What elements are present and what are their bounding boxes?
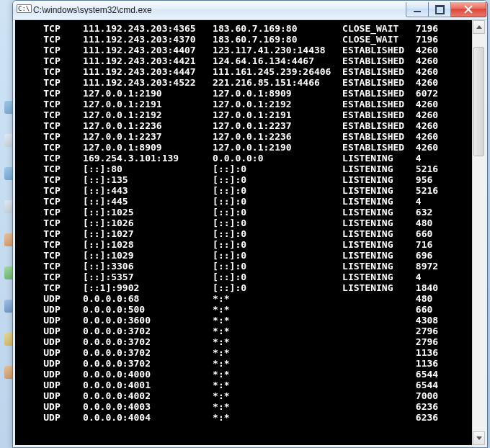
row-indent xyxy=(21,293,43,304)
netstat-row: TCP[::]:1025[::]:0LISTENING632 xyxy=(21,207,469,218)
col-foreign: [::]:0 xyxy=(213,282,342,293)
col-state: LISTENING xyxy=(342,218,416,228)
netstat-row: TCP111.192.243.203:4447111.161.245.239:2… xyxy=(21,66,469,77)
netstat-row: UDP0.0.0.0:3702*:*1136 xyxy=(21,358,469,369)
col-pid: 7000 xyxy=(416,390,438,401)
col-state: LISTENING xyxy=(342,153,416,163)
row-indent xyxy=(21,120,43,131)
row-indent xyxy=(21,347,43,358)
col-foreign: [::]:0 xyxy=(213,239,342,250)
row-indent xyxy=(21,45,43,55)
netstat-row: TCP111.192.243.203:4370183.60.7.169:80CL… xyxy=(21,34,469,45)
col-pid: 6072 xyxy=(416,88,438,99)
netstat-row: TCP[::]:1026[::]:0LISTENING480 xyxy=(21,218,469,228)
col-foreign: 127.0.0.1:2236 xyxy=(213,131,342,142)
col-proto: TCP xyxy=(43,109,83,120)
col-foreign: 123.117.41.230:14438 xyxy=(213,45,342,55)
col-proto: UDP xyxy=(43,358,83,369)
row-indent xyxy=(21,358,43,369)
netstat-row: UDP0.0.0.0:3702*:*2796 xyxy=(21,336,469,347)
minimize-button[interactable] xyxy=(406,2,429,17)
col-foreign: [::]:0 xyxy=(213,207,342,218)
netstat-row: UDP0.0.0.0:3600*:*4308 xyxy=(21,315,469,326)
col-proto: UDP xyxy=(43,293,83,304)
col-local: 0.0.0.0:4004 xyxy=(83,412,213,423)
col-state: LISTENING xyxy=(342,185,416,196)
col-pid: 4308 xyxy=(416,315,438,326)
row-indent xyxy=(21,55,43,66)
col-pid: 5216 xyxy=(416,185,438,196)
scroll-track[interactable] xyxy=(473,34,485,431)
col-local: 0.0.0.0:3702 xyxy=(83,358,213,369)
col-foreign: *:* xyxy=(213,293,342,304)
col-local: [::]:1028 xyxy=(83,239,213,250)
col-pid: 480 xyxy=(416,293,432,304)
col-pid: 4260 xyxy=(416,109,438,120)
row-indent xyxy=(21,390,43,401)
col-foreign: 0.0.0.0:0 xyxy=(213,153,342,163)
col-local: 0.0.0.0:4002 xyxy=(83,390,213,401)
row-indent xyxy=(21,282,43,293)
netstat-row: TCP[::]:135[::]:0LISTENING956 xyxy=(21,174,469,185)
col-local: 127.0.0.1:2237 xyxy=(83,131,213,142)
col-foreign: 127.0.0.1:2237 xyxy=(213,120,342,131)
cmd-window: C:\windows\system32\cmd.exe TCP111.192.2… xyxy=(12,0,488,448)
col-foreign: *:* xyxy=(213,358,342,369)
chevron-down-icon xyxy=(476,436,482,440)
col-state: ESTABLISHED xyxy=(342,142,416,153)
maximize-button[interactable] xyxy=(429,2,451,17)
row-indent xyxy=(21,153,43,163)
netstat-row: TCP[::]:1027[::]:0LISTENING660 xyxy=(21,228,469,239)
col-proto: TCP xyxy=(43,88,83,99)
col-pid: 4 xyxy=(416,272,422,282)
row-indent xyxy=(21,401,43,412)
col-state: ESTABLISHED xyxy=(342,45,416,55)
row-indent xyxy=(21,99,43,109)
row-indent xyxy=(21,304,43,315)
col-pid: 1136 xyxy=(416,347,438,358)
netstat-row: TCP127.0.0.1:2192127.0.0.1:2191ESTABLISH… xyxy=(21,109,469,120)
row-indent xyxy=(21,88,43,99)
row-indent xyxy=(21,66,43,77)
col-foreign: [::]:0 xyxy=(213,228,342,239)
row-indent xyxy=(21,196,43,207)
col-pid: 7196 xyxy=(416,23,438,34)
col-foreign: 111.161.245.239:26406 xyxy=(213,66,342,77)
row-indent xyxy=(21,174,43,185)
scroll-down-button[interactable] xyxy=(473,431,485,445)
console-output[interactable]: TCP111.192.243.203:4365183.60.7.169:80CL… xyxy=(15,20,472,445)
netstat-row: UDP0.0.0.0:3702*:*1136 xyxy=(21,347,469,358)
netstat-row: TCP[::]:1028[::]:0LISTENING716 xyxy=(21,239,469,250)
col-proto: UDP xyxy=(43,326,83,336)
col-local: 0.0.0.0:3702 xyxy=(83,326,213,336)
col-local: [::]:445 xyxy=(83,196,213,207)
col-pid: 8972 xyxy=(416,261,438,272)
col-local: 0.0.0.0:4001 xyxy=(83,380,213,390)
col-local: 111.192.243.203:4407 xyxy=(83,45,213,55)
row-indent xyxy=(21,163,43,174)
col-proto: TCP xyxy=(43,272,83,282)
row-indent xyxy=(21,228,43,239)
col-pid: 660 xyxy=(416,228,432,239)
vertical-scrollbar[interactable] xyxy=(472,20,485,445)
col-pid: 4260 xyxy=(416,45,438,55)
col-local: 0.0.0.0:3702 xyxy=(83,336,213,347)
row-indent xyxy=(21,336,43,347)
scroll-up-button[interactable] xyxy=(473,20,485,34)
scroll-thumb[interactable] xyxy=(473,47,484,156)
close-button[interactable] xyxy=(451,2,486,17)
col-proto: TCP xyxy=(43,153,83,163)
col-state: ESTABLISHED xyxy=(342,99,416,109)
col-state: LISTENING xyxy=(342,163,416,174)
col-proto: TCP xyxy=(43,218,83,228)
col-state: ESTABLISHED xyxy=(342,109,416,120)
col-state: ESTABLISHED xyxy=(342,77,416,88)
titlebar[interactable]: C:\windows\system32\cmd.exe xyxy=(13,1,487,20)
netstat-row: UDP0.0.0.0:4004*:*6236 xyxy=(21,412,469,423)
col-proto: UDP xyxy=(43,380,83,390)
col-foreign: *:* xyxy=(213,315,342,326)
col-pid: 4 xyxy=(416,153,422,163)
col-state: LISTENING xyxy=(342,250,416,261)
col-foreign: 127.0.0.1:2191 xyxy=(213,109,342,120)
row-indent xyxy=(21,77,43,88)
